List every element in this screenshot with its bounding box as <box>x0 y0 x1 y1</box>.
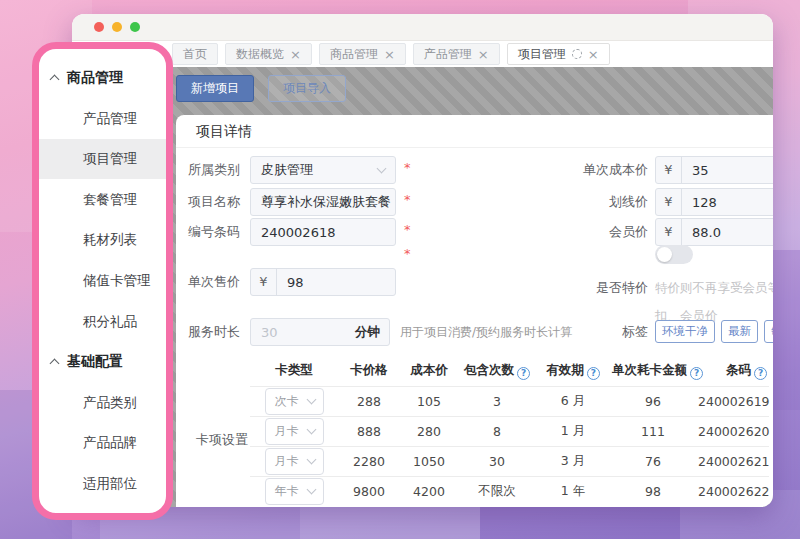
sidebar-item-stored-value-card[interactable]: 储值卡管理 <box>39 261 166 301</box>
panel-body: 所属类别 皮肤管理 * 项目名称 尊享补水保湿嫩肤套餐 * 编号条码 24000… <box>176 149 773 507</box>
chevron-down-icon <box>306 395 316 405</box>
project-name-label: 项目名称 <box>176 188 240 216</box>
special-price-toggle[interactable] <box>655 245 693 264</box>
tab-project-management[interactable]: 项目管理 × <box>507 43 610 65</box>
count-cell: 3 <box>458 386 536 416</box>
maximize-window-dot[interactable] <box>130 22 140 32</box>
card-type-select[interactable]: 次卡 <box>265 388 324 415</box>
sidebar-item-label: 套餐管理 <box>83 191 137 209</box>
tab-label: 首页 <box>183 48 207 60</box>
close-icon[interactable]: × <box>384 48 395 61</box>
barcode-cell: 240002620 <box>696 416 769 446</box>
background-tile <box>480 505 680 539</box>
page-content: 新增项目 项目导入 项目详情 所属类别 皮肤管理 * 项目名称 尊享补水保湿嫩肤… <box>72 67 773 507</box>
category-label: 所属类别 <box>176 156 240 184</box>
tab-goods-management[interactable]: 商品管理 × <box>319 43 406 65</box>
currency-prefix: ¥ <box>656 157 682 183</box>
sidebar-item-consumables-list[interactable]: 耗材列表 <box>39 220 166 260</box>
sidebar-item-label: 产品类别 <box>83 394 137 412</box>
tab-label: 项目管理 <box>518 48 566 60</box>
required-asterisk: * <box>404 160 411 175</box>
card-type-select[interactable]: 年卡 <box>265 478 324 505</box>
project-name-value: 尊享补水保湿嫩肤套餐 <box>251 193 395 211</box>
tag-item[interactable]: 敏感肌适用 <box>764 320 773 343</box>
validity-cell: 1 月 <box>536 416 610 446</box>
sidebar-item-project-management[interactable]: 项目管理 <box>39 139 166 179</box>
help-icon[interactable]: ? <box>690 367 703 380</box>
chevron-up-icon <box>50 359 60 369</box>
strike-price-input[interactable]: ¥ 128 <box>655 188 773 216</box>
sidebar-item-product-management[interactable]: 产品管理 <box>39 99 166 139</box>
tag-item[interactable]: 环境干净 <box>655 320 715 343</box>
add-project-button[interactable]: 新增项目 <box>176 75 254 102</box>
barcode-cell: 240002619 <box>696 386 769 416</box>
sidebar-item-applicable-part[interactable]: 适用部位 <box>39 464 166 504</box>
category-value: 皮肤管理 <box>251 161 378 179</box>
col-card-type: 卡类型 <box>250 356 338 386</box>
sidebar-item-product-category[interactable]: 产品类别 <box>39 383 166 423</box>
card-type-select[interactable]: 月卡 <box>265 448 324 475</box>
sidebar-group-basic-config[interactable]: 基础配置 <box>39 342 166 382</box>
help-icon[interactable]: ? <box>587 367 600 380</box>
panel-title: 项目详情 <box>176 115 773 148</box>
sidebar-item-product-brand[interactable]: 产品品牌 <box>39 423 166 463</box>
duration-placeholder: 30 <box>251 325 355 340</box>
currency-prefix: ¥ <box>656 189 682 215</box>
card-settings-table: 卡类型 卡价格 成本价 包含次数? 有效期? 单次耗卡金额? 条码? 次卡 28 <box>250 356 769 506</box>
app-window: 首页 数据概览 × 商品管理 × 产品管理 × 项目管理 × 新增项目 项目导入… <box>72 14 773 507</box>
minimize-window-dot[interactable] <box>112 22 122 32</box>
sidebar-item-label: 项目管理 <box>83 150 137 168</box>
cost-price-label: 单次成本价 <box>558 156 648 184</box>
project-name-input[interactable]: 尊享补水保湿嫩肤套餐 <box>250 188 396 216</box>
barcode-input[interactable]: 240002618 <box>250 218 396 246</box>
col-validity: 有效期? <box>536 356 610 386</box>
tab-data-overview[interactable]: 数据概览 × <box>225 43 312 65</box>
tab-label: 商品管理 <box>330 48 378 60</box>
chevron-down-icon <box>306 425 316 435</box>
chevron-down-icon <box>306 485 316 495</box>
help-icon[interactable]: ? <box>754 367 767 380</box>
member-price-value: 88.0 <box>682 225 773 240</box>
help-icon[interactable]: ? <box>517 367 530 380</box>
duration-input[interactable]: 30 分钟 <box>250 318 390 346</box>
tag-item[interactable]: 最新 <box>721 320 758 343</box>
cost-price-cell: 1050 <box>400 446 458 476</box>
import-project-button[interactable]: 项目导入 <box>268 75 346 102</box>
col-cost-price: 成本价 <box>400 356 458 386</box>
card-type-select[interactable]: 月卡 <box>265 418 324 445</box>
loading-icon <box>572 49 582 59</box>
sidebar-item-package-management[interactable]: 套餐管理 <box>39 180 166 220</box>
duration-unit: 分钟 <box>355 324 389 341</box>
category-select[interactable]: 皮肤管理 <box>250 156 396 184</box>
col-per-use-amount: 单次耗卡金额? <box>610 356 696 386</box>
tab-home[interactable]: 首页 <box>172 43 218 65</box>
cost-price-cell: 4200 <box>400 476 458 506</box>
close-icon[interactable]: × <box>478 48 489 61</box>
sidebar-group-goods[interactable]: 商品管理 <box>39 58 166 98</box>
chevron-up-icon <box>50 75 60 85</box>
member-price-input[interactable]: ¥ 88.0 <box>655 218 773 246</box>
unit-price-input[interactable]: ¥ 98 <box>250 268 396 296</box>
count-cell: 8 <box>458 416 536 446</box>
cost-price-input[interactable]: ¥ 35 <box>655 156 773 184</box>
close-window-dot[interactable] <box>94 22 104 32</box>
sidebar-menu: 商品管理 产品管理 项目管理 套餐管理 耗材列表 储值卡管理 积分礼品 基础配置… <box>32 42 173 520</box>
cost-price-cell: 280 <box>400 416 458 446</box>
barcode-cell: 240002621 <box>696 446 769 476</box>
tab-label: 数据概览 <box>236 48 284 60</box>
close-icon[interactable]: × <box>290 48 301 61</box>
table-row: 月卡 888 280 8 1 月 111 240002620 <box>250 416 769 446</box>
close-icon[interactable]: × <box>588 48 599 61</box>
tab-product-management[interactable]: 产品管理 × <box>413 43 500 65</box>
currency-prefix: ¥ <box>656 219 682 245</box>
per-use-cell: 76 <box>610 446 696 476</box>
tags-label: 标签 <box>558 318 648 346</box>
sidebar-item-label: 产品管理 <box>83 110 137 128</box>
count-cell: 不限次 <box>458 476 536 506</box>
per-use-cell: 111 <box>610 416 696 446</box>
per-use-cell: 98 <box>610 476 696 506</box>
sidebar-item-points-gifts[interactable]: 积分礼品 <box>39 302 166 342</box>
barcode-label: 编号条码 <box>176 218 240 246</box>
duration-hint: 用于项目消费/预约服务时长计算 <box>400 318 572 346</box>
unit-price-value: 98 <box>277 275 395 290</box>
